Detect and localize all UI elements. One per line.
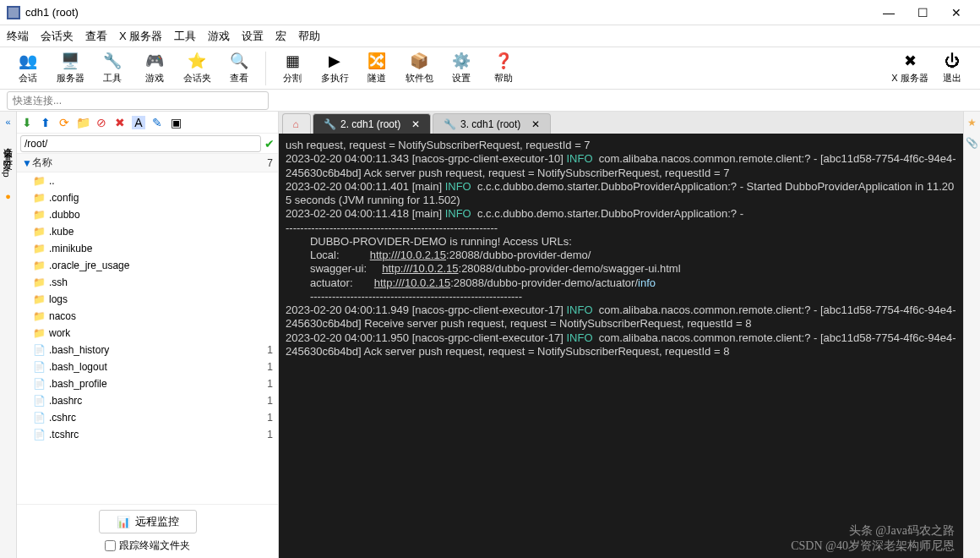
session-tab[interactable]: 🔧3. cdh1 (root)✕ xyxy=(433,113,551,134)
close-button[interactable]: ✕ xyxy=(939,0,973,25)
file-row[interactable]: 📁.oracle_jre_usage xyxy=(17,257,278,274)
highlight-icon[interactable]: A xyxy=(132,116,145,129)
left-tab[interactable]: 发 xyxy=(2,150,14,157)
file-row[interactable]: 📄.bash_history1 xyxy=(17,342,278,358)
dot-icon: ● xyxy=(5,191,11,201)
home-tab[interactable]: ⌂ xyxy=(282,113,311,134)
path-bar: ✔ xyxy=(17,134,278,154)
sftp-toolbar: ⬇ ⬆ ⟳ 📁 ⊘ ✖ A ✎ ▣ xyxy=(17,112,278,134)
file-row[interactable]: 📄.bash_profile1 xyxy=(17,375,278,392)
file-row[interactable]: 📄.tcshrc1 xyxy=(17,426,278,443)
file-row[interactable]: 📁nacos xyxy=(17,308,278,325)
file-row[interactable]: 📁.config xyxy=(17,189,278,206)
header-name[interactable]: 名称 xyxy=(32,156,267,170)
left-tab[interactable]: 工具 xyxy=(2,144,14,150)
quick-connect-input[interactable] xyxy=(7,91,269,110)
folder-icon: 📁 xyxy=(32,175,46,187)
toolbar-会话[interactable]: 👥会话 xyxy=(7,48,49,89)
menu-item[interactable]: 会话夹 xyxy=(41,29,74,44)
quick-connect-bar xyxy=(0,90,980,112)
toolbar-多执行[interactable]: ▶多执行 xyxy=(313,48,356,89)
monitor-icon: 📊 xyxy=(117,516,130,528)
toolbar-查看[interactable]: 🔍查看 xyxy=(218,48,260,89)
refresh-icon[interactable]: ⟳ xyxy=(57,116,71,129)
隧道-icon: 🔀 xyxy=(368,52,386,70)
folder-icon: 📁 xyxy=(32,327,46,339)
left-tab[interactable]: 会话夹 xyxy=(2,137,14,144)
file-row[interactable]: 📁.minikube xyxy=(17,240,278,257)
newfolder-icon[interactable]: 📁 xyxy=(76,116,90,129)
delete-icon[interactable]: ⊘ xyxy=(95,116,108,129)
home-icon: ⌂ xyxy=(290,118,302,130)
sftp-panel: ⬇ ⬆ ⟳ 📁 ⊘ ✖ A ✎ ▣ ✔ ▼ 名称 7 📁..📁.config📁.… xyxy=(17,112,279,558)
多执行-icon: ▶ xyxy=(325,52,344,70)
file-row[interactable]: 📁work xyxy=(17,325,278,342)
toolbar-游戏[interactable]: 🎮游戏 xyxy=(133,48,176,89)
folder-icon: 📁 xyxy=(32,243,46,254)
track-folder-checkbox[interactable]: 跟踪终端文件夹 xyxy=(105,539,190,553)
left-tab[interactable]: Sftp xyxy=(2,157,12,181)
file-row[interactable]: 📁logs xyxy=(17,291,278,308)
folder-icon: 📁 xyxy=(32,226,46,238)
attach-icon[interactable]: 📎 xyxy=(966,137,978,149)
terminal-icon[interactable]: ▣ xyxy=(169,116,182,129)
folder-icon: 📁 xyxy=(32,276,46,288)
toolbar-帮助[interactable]: ❓帮助 xyxy=(482,48,525,89)
folder-icon: 📁 xyxy=(32,310,46,322)
file-row[interactable]: 📄.cshrc1 xyxy=(17,409,278,426)
edit-icon[interactable]: ✎ xyxy=(150,116,164,129)
menu-item[interactable]: 宏 xyxy=(275,29,286,44)
file-icon: 📄 xyxy=(32,344,46,356)
menubar: 终端会话夹查看X 服务器工具游戏设置宏帮助 xyxy=(0,25,980,47)
path-input[interactable] xyxy=(20,135,261,152)
collapse-icon[interactable]: « xyxy=(5,117,10,127)
menu-item[interactable]: 工具 xyxy=(174,29,196,44)
file-row[interactable]: 📁.ssh xyxy=(17,274,278,291)
cancel-icon[interactable]: ✖ xyxy=(113,116,127,129)
maximize-button[interactable]: ☐ xyxy=(906,0,939,25)
toolbar-隧道[interactable]: 🔀隧道 xyxy=(356,48,398,89)
toolbar-X 服务器[interactable]: ✖X 服务器 xyxy=(889,48,931,89)
X 服务器-icon: ✖ xyxy=(901,52,919,70)
close-icon[interactable]: ✕ xyxy=(411,118,420,130)
toolbar-分割[interactable]: ▦分割 xyxy=(271,48,313,89)
close-icon[interactable]: ✕ xyxy=(531,118,540,130)
toolbar-设置[interactable]: ⚙️设置 xyxy=(440,48,482,89)
session-tab[interactable]: 🔧2. cdh1 (root)✕ xyxy=(313,113,431,134)
watermark: CSDN @40岁资深老架构师尼恩 xyxy=(791,539,955,554)
会话-icon: 👥 xyxy=(19,52,37,70)
toolbar-会话夹[interactable]: ⭐会话夹 xyxy=(176,48,218,89)
toolbar-服务器[interactable]: 🖥️服务器 xyxy=(49,48,91,89)
menu-item[interactable]: 设置 xyxy=(242,29,264,44)
folder-icon: 📁 xyxy=(32,293,46,305)
file-row[interactable]: 📁.kube xyxy=(17,223,278,240)
titlebar: cdh1 (root) — ☐ ✕ xyxy=(0,0,980,25)
menu-item[interactable]: 游戏 xyxy=(208,29,230,44)
toolbar: 👥会话🖥️服务器🔧工具🎮游戏⭐会话夹🔍查看 ▦分割▶多执行🔀隧道📦软件包⚙️设置… xyxy=(0,47,980,90)
minimize-button[interactable]: — xyxy=(872,0,906,25)
menu-item[interactable]: 帮助 xyxy=(298,29,320,44)
path-ok-icon: ✔ xyxy=(264,137,275,150)
menu-item[interactable]: X 服务器 xyxy=(119,29,162,44)
remote-monitor-button[interactable]: 📊 远程监控 xyxy=(99,510,197,533)
file-row[interactable]: 📁.. xyxy=(17,172,278,189)
toolbar-退出[interactable]: ⏻退出 xyxy=(931,48,973,89)
terminal-output[interactable]: ush request, request = NotifySubscriberR… xyxy=(279,134,963,558)
toolbar-工具[interactable]: 🔧工具 xyxy=(91,48,133,89)
file-row[interactable]: 📄.bashrc1 xyxy=(17,392,278,409)
file-icon: 📄 xyxy=(32,412,46,424)
file-row[interactable]: 📄.bash_logout1 xyxy=(17,358,278,375)
查看-icon: 🔍 xyxy=(230,52,248,70)
file-icon: 📄 xyxy=(32,429,46,440)
menu-item[interactable]: 终端 xyxy=(7,29,29,44)
file-row[interactable]: 📁.dubbo xyxy=(17,206,278,223)
游戏-icon: 🎮 xyxy=(145,52,164,70)
toolbar-软件包[interactable]: 📦软件包 xyxy=(398,48,440,89)
设置-icon: ⚙️ xyxy=(452,52,471,70)
upload-icon[interactable]: ⬆ xyxy=(39,116,52,129)
star-icon[interactable]: ★ xyxy=(967,117,977,129)
header-size[interactable]: 7 xyxy=(267,157,273,169)
menu-item[interactable]: 查看 xyxy=(85,29,107,44)
退出-icon: ⏻ xyxy=(943,52,961,70)
download-icon[interactable]: ⬇ xyxy=(20,116,34,129)
